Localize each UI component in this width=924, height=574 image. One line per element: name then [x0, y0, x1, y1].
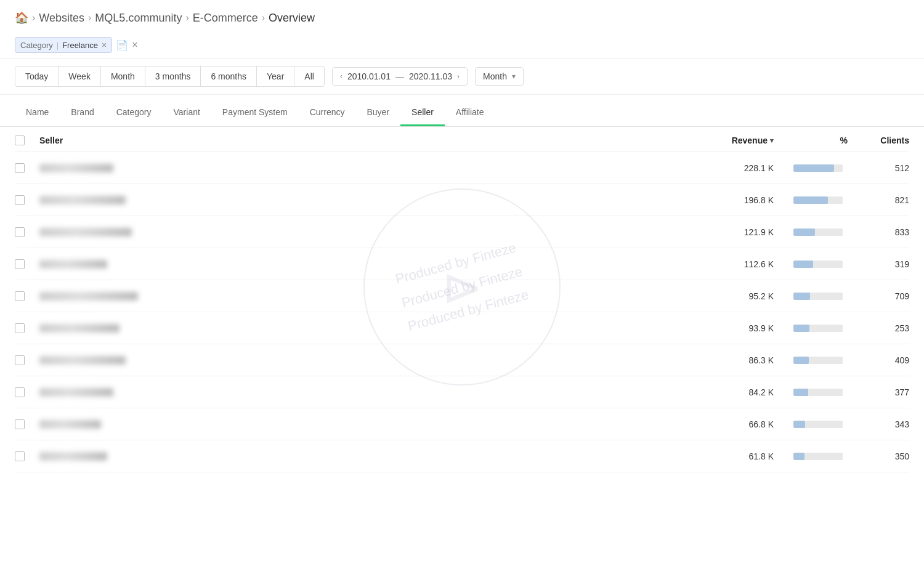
row-percent-cell: [774, 261, 848, 268]
table-header: Seller Revenue ▾ % Clients: [15, 127, 909, 152]
row-seller-cell: [39, 420, 675, 429]
row-checkbox-cell[interactable]: [15, 419, 39, 429]
percent-bar-fill: [793, 325, 809, 332]
breadcrumb-overview: Overview: [269, 12, 315, 25]
percent-bar: [793, 453, 843, 460]
row-checkbox-cell[interactable]: [15, 227, 39, 237]
granularity-value: Month: [483, 71, 507, 81]
time-btn-week[interactable]: Week: [58, 66, 101, 87]
tab-category[interactable]: Category: [105, 100, 163, 126]
granularity-chevron-icon: ▾: [512, 72, 516, 81]
row-percent-cell: [774, 164, 848, 172]
row-checkbox-cell[interactable]: [15, 355, 39, 365]
tab-buyer[interactable]: Buyer: [355, 100, 400, 126]
row-checkbox-cell[interactable]: [15, 259, 39, 269]
row-checkbox[interactable]: [15, 227, 25, 237]
col-header-revenue[interactable]: Revenue ▾: [675, 135, 774, 145]
percent-bar: [793, 196, 843, 204]
filter-tag[interactable]: Category | Freelance ×: [15, 37, 112, 53]
row-revenue-cell: 93.9 K: [675, 323, 774, 333]
home-icon[interactable]: 🏠: [15, 11, 28, 25]
row-revenue-cell: 112.6 K: [675, 259, 774, 269]
row-checkbox[interactable]: [15, 195, 25, 205]
row-percent-cell: [774, 196, 848, 204]
row-checkbox[interactable]: [15, 323, 25, 333]
row-checkbox[interactable]: [15, 387, 25, 397]
row-clients-cell: 833: [848, 227, 909, 237]
row-clients-cell: 409: [848, 355, 909, 365]
row-checkbox[interactable]: [15, 163, 25, 173]
breadcrumb-mql5[interactable]: MQL5.community: [95, 12, 182, 25]
tab-payment-system[interactable]: Payment System: [211, 100, 299, 126]
row-seller-cell: [39, 452, 675, 461]
percent-bar-fill: [793, 164, 834, 172]
tab-name[interactable]: Name: [15, 100, 60, 126]
date-range-prev-icon[interactable]: ‹: [340, 72, 342, 81]
row-percent-cell: [774, 453, 848, 460]
time-btn-3months[interactable]: 3 months: [145, 66, 201, 87]
percent-bar-fill: [793, 196, 828, 204]
time-btn-today[interactable]: Today: [15, 66, 59, 87]
table-row[interactable]: 228.1 K 512: [15, 152, 909, 184]
row-percent-cell: [774, 228, 848, 236]
tab-currency[interactable]: Currency: [299, 100, 356, 126]
table-row[interactable]: 112.6 K 319: [15, 248, 909, 280]
breadcrumb-sep-2: ›: [88, 12, 91, 23]
filter-document-icon[interactable]: 📄: [116, 39, 128, 51]
row-checkbox-cell[interactable]: [15, 323, 39, 333]
table-row[interactable]: 196.8 K 821: [15, 184, 909, 216]
seller-name-blurred: [39, 324, 120, 333]
time-btn-year[interactable]: Year: [256, 66, 294, 87]
percent-bar: [793, 293, 843, 300]
row-checkbox[interactable]: [15, 355, 25, 365]
percent-bar: [793, 164, 843, 172]
row-seller-cell: [39, 388, 675, 397]
filter-clear-icon[interactable]: ×: [132, 39, 137, 51]
percent-bar: [793, 389, 843, 396]
filter-tag-label: Category: [20, 41, 53, 50]
row-revenue-cell: 86.3 K: [675, 355, 774, 365]
granularity-select[interactable]: Month ▾: [475, 67, 524, 86]
row-clients-cell: 319: [848, 259, 909, 269]
row-checkbox-cell[interactable]: [15, 387, 39, 397]
row-checkbox[interactable]: [15, 291, 25, 301]
table-row[interactable]: 86.3 K 409: [15, 344, 909, 376]
time-btn-all[interactable]: All: [294, 66, 325, 87]
table-row[interactable]: 95.2 K 709: [15, 280, 909, 312]
percent-bar-fill: [793, 453, 804, 460]
row-clients-cell: 821: [848, 195, 909, 205]
row-checkbox[interactable]: [15, 259, 25, 269]
header-checkbox-cell[interactable]: [15, 135, 39, 145]
breadcrumb-ecommerce[interactable]: E-Commerce: [193, 12, 258, 25]
date-range-picker[interactable]: ‹ 2010.01.01 — 2020.11.03 ›: [332, 67, 468, 86]
time-btn-6months[interactable]: 6 months: [200, 66, 257, 87]
breadcrumb-websites[interactable]: Websites: [39, 12, 84, 25]
seller-name-blurred: [39, 228, 132, 236]
row-seller-cell: [39, 356, 675, 365]
table-row[interactable]: 93.9 K 253: [15, 312, 909, 344]
select-all-checkbox[interactable]: [15, 135, 25, 145]
tab-affiliate[interactable]: Affiliate: [445, 100, 495, 126]
row-checkbox[interactable]: [15, 419, 25, 429]
col-header-percent: %: [774, 135, 848, 145]
tab-variant[interactable]: Variant: [163, 100, 211, 126]
row-checkbox-cell[interactable]: [15, 195, 39, 205]
row-checkbox-cell[interactable]: [15, 291, 39, 301]
filter-tag-close-icon[interactable]: ×: [102, 40, 107, 50]
row-checkbox-cell[interactable]: [15, 163, 39, 173]
table-row[interactable]: 61.8 K 350: [15, 440, 909, 472]
seller-name-blurred: [39, 388, 113, 397]
tab-brand[interactable]: Brand: [60, 100, 105, 126]
table-row[interactable]: 84.2 K 377: [15, 376, 909, 408]
tab-seller[interactable]: Seller: [400, 100, 445, 126]
table-row[interactable]: 121.9 K 833: [15, 216, 909, 248]
row-clients-cell: 512: [848, 163, 909, 173]
date-range-next-icon[interactable]: ›: [457, 72, 460, 81]
row-checkbox[interactable]: [15, 451, 25, 461]
col-header-seller: Seller: [39, 135, 675, 145]
table-row[interactable]: 66.8 K 343: [15, 408, 909, 440]
row-clients-cell: 253: [848, 323, 909, 333]
filter-tag-divider: |: [57, 41, 59, 50]
row-checkbox-cell[interactable]: [15, 451, 39, 461]
time-btn-month[interactable]: Month: [100, 66, 145, 87]
